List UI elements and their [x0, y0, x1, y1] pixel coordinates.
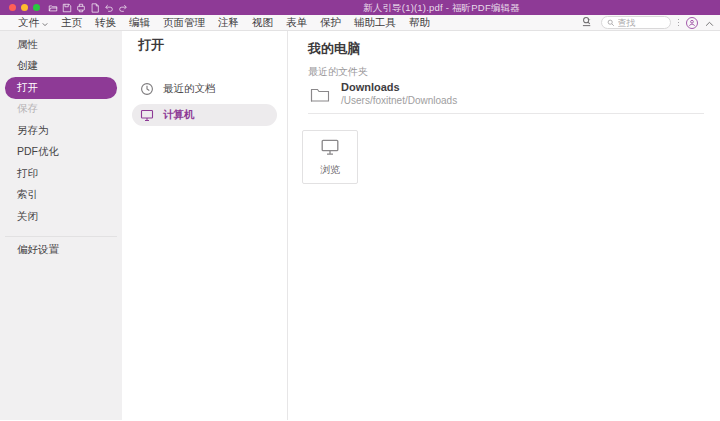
menu-accessibility[interactable]: 辅助工具 [354, 16, 396, 30]
open-panel-title: 打开 [122, 37, 287, 52]
save-icon[interactable] [61, 2, 72, 13]
my-computer-title: 我的电脑 [308, 41, 704, 56]
quick-access-toolbar [47, 2, 128, 13]
open-panel-items: 最近的文档 计算机 [122, 78, 287, 126]
close-window-button[interactable] [9, 4, 16, 11]
redo-icon[interactable] [117, 2, 128, 13]
computer-icon [320, 138, 340, 156]
sidebar-item-create[interactable]: 创建 [0, 56, 122, 78]
sidebar-item-print[interactable]: 打印 [0, 163, 122, 185]
recent-folder-row-downloads[interactable]: Downloads /Users/foxitnet/Downloads [308, 81, 704, 114]
collapse-toolbar-icon[interactable] [705, 17, 714, 29]
folder-path: /Users/foxitnet/Downloads [341, 95, 457, 107]
search-field[interactable] [601, 16, 671, 29]
open-item-label: 计算机 [163, 108, 195, 122]
traffic-lights [9, 4, 40, 11]
search-input[interactable] [618, 18, 665, 28]
sidebar-item-close[interactable]: 关闭 [0, 206, 122, 228]
my-computer-panel: 我的电脑 最近的文件夹 Downloads /Users/foxitnet/Do… [288, 31, 720, 420]
menu-edit[interactable]: 编辑 [129, 16, 150, 30]
print-icon[interactable] [75, 2, 86, 13]
kebab-menu-icon[interactable] [678, 19, 680, 27]
sidebar-item-preferences[interactable]: 偏好设置 [0, 240, 122, 262]
folder-icon [310, 86, 330, 103]
search-icon [607, 19, 615, 27]
menu-convert[interactable]: 转换 [95, 16, 116, 30]
menu-protect[interactable]: 保护 [320, 16, 341, 30]
clock-icon [140, 82, 154, 96]
account-icon[interactable] [686, 17, 698, 29]
file-sidebar: 属性 创建 打开 保存 另存为 PDF优化 打印 索引 关闭 偏好设置 [0, 31, 122, 420]
sidebar-item-save-as[interactable]: 另存为 [0, 120, 122, 142]
open-panel: 打开 最近的文档 计算机 [122, 31, 288, 420]
open-folder-icon[interactable] [47, 2, 58, 13]
recent-folders-label: 最近的文件夹 [308, 66, 704, 78]
zoom-window-button[interactable] [33, 4, 40, 11]
menu-view[interactable]: 视图 [252, 16, 273, 30]
minimize-window-button[interactable] [21, 4, 28, 11]
sidebar-item-open[interactable]: 打开 [5, 77, 117, 99]
sidebar-divider [5, 236, 117, 237]
open-item-recent-documents[interactable]: 最近的文档 [132, 78, 277, 100]
menu-items: 文件 主页 转换 编辑 页面管理 注释 视图 表单 保护 辅助工具 帮助 [18, 16, 430, 30]
menu-comment[interactable]: 注释 [218, 16, 239, 30]
sidebar-item-pdf-optimize[interactable]: PDF优化 [0, 142, 122, 164]
menu-file[interactable]: 文件 [18, 16, 48, 30]
menu-home[interactable]: 主页 [61, 16, 82, 30]
browse-label: 浏览 [320, 163, 340, 177]
menu-bar: 文件 主页 转换 编辑 页面管理 注释 视图 表单 保护 辅助工具 帮助 [0, 15, 720, 31]
sidebar-item-save: 保存 [0, 99, 122, 121]
open-item-label: 最近的文档 [163, 82, 216, 96]
undo-icon[interactable] [103, 2, 114, 13]
sidebar-item-index[interactable]: 索引 [0, 185, 122, 207]
new-document-icon[interactable] [89, 2, 100, 13]
backstage-view: 属性 创建 打开 保存 另存为 PDF优化 打印 索引 关闭 偏好设置 打开 最… [0, 31, 720, 420]
chevron-down-icon [42, 17, 48, 29]
window-title: 新人引导(1)(1).pdf - 福昕PDF编辑器 [363, 0, 520, 15]
folder-name: Downloads [341, 81, 457, 94]
title-bar: 新人引导(1)(1).pdf - 福昕PDF编辑器 [0, 0, 720, 15]
find-replace-icon[interactable] [581, 16, 594, 29]
browse-button[interactable]: 浏览 [302, 130, 358, 184]
open-item-computer[interactable]: 计算机 [132, 104, 277, 126]
sidebar-item-properties[interactable]: 属性 [0, 34, 122, 56]
folder-text: Downloads /Users/foxitnet/Downloads [341, 81, 457, 107]
menu-form[interactable]: 表单 [286, 16, 307, 30]
computer-icon [140, 108, 154, 122]
menu-help[interactable]: 帮助 [409, 16, 430, 30]
menubar-right-controls [581, 16, 715, 29]
menu-file-label: 文件 [18, 16, 39, 30]
menu-page-organize[interactable]: 页面管理 [163, 16, 205, 30]
